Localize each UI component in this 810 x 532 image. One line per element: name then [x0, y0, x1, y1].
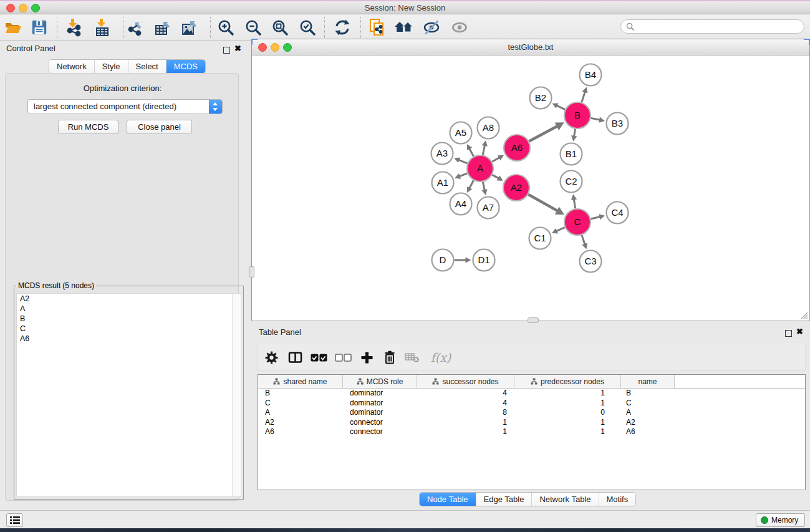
cell: 1: [514, 389, 621, 399]
zoom-fit-button[interactable]: [270, 17, 290, 37]
deselect-all-columns-button[interactable]: [334, 349, 352, 366]
column-header-filler: [675, 375, 805, 388]
edge-arrowhead: [466, 257, 471, 263]
clone-network-icon: [368, 18, 387, 37]
mcds-result-item[interactable]: A6: [17, 334, 241, 344]
edge-arrowhead: [571, 135, 577, 142]
table-row[interactable]: A2connector11A2: [258, 418, 805, 428]
edge-C-C3[interactable]: [582, 235, 585, 244]
table-panel-close-button[interactable]: ✖: [796, 328, 803, 335]
edge-A-A3[interactable]: [459, 160, 468, 163]
mcds-result-item[interactable]: A2: [17, 294, 241, 304]
scrollbar-track[interactable]: [232, 294, 241, 496]
mcds-result-item[interactable]: C: [17, 324, 241, 334]
cell: dominator: [343, 408, 417, 418]
tab-motifs[interactable]: Motifs: [599, 493, 636, 506]
table-row[interactable]: Bdominator41B: [258, 389, 805, 399]
edge-A-A8[interactable]: [483, 145, 485, 155]
table-panel-tabs: Node TableEdge TableNetwork TableMotifs: [419, 492, 636, 506]
run-mcds-button[interactable]: Run MCDS: [58, 120, 118, 134]
show-hidden-button[interactable]: [450, 17, 470, 37]
resize-grip[interactable]: [799, 311, 808, 319]
column-header-label: shared name: [283, 377, 327, 386]
column-header-shared-name[interactable]: shared name: [258, 375, 343, 388]
tab-style[interactable]: Style: [94, 60, 128, 73]
mcds-result-item[interactable]: B: [17, 314, 241, 324]
gear-icon: [265, 351, 278, 364]
cell: dominator: [343, 399, 417, 409]
network-canvas[interactable]: AA1A2A3A4A5A6A7A8BB1B2B3B4CC1C2C3C4DD1: [252, 56, 809, 321]
search-input[interactable]: [637, 21, 802, 34]
network-window-titlebar[interactable]: testGlobe.txt: [252, 39, 809, 56]
edge-B-B1[interactable]: [574, 129, 576, 137]
edge-B-B3[interactable]: [591, 118, 600, 120]
tab-edge-table[interactable]: Edge Table: [476, 493, 532, 506]
edge-A2-C[interactable]: [528, 195, 557, 211]
column-header-predecessor-nodes[interactable]: predecessor nodes: [514, 375, 621, 388]
edge-B-B4[interactable]: [582, 92, 585, 102]
tab-network-table[interactable]: Network Table: [531, 493, 598, 506]
clone-network-button[interactable]: [367, 17, 387, 37]
mcds-result-item[interactable]: A: [17, 304, 241, 314]
task-history-button[interactable]: [6, 513, 23, 527]
tab-select[interactable]: Select: [128, 60, 166, 73]
import-table-button[interactable]: [92, 17, 112, 37]
edge-A-A2[interactable]: [492, 175, 498, 178]
edge-A-A1[interactable]: [460, 173, 468, 177]
edge-A6-B[interactable]: [529, 126, 557, 141]
edge-A-A4[interactable]: [470, 180, 474, 188]
cell: B: [621, 389, 675, 399]
toolbar-separator: [360, 17, 361, 38]
zoom-in-button[interactable]: [216, 17, 236, 37]
tab-node-table[interactable]: Node Table: [420, 493, 476, 506]
mcds-result-list[interactable]: A2ABCA6: [16, 293, 241, 497]
column-header-label: MCDS role: [367, 377, 403, 386]
save-session-button[interactable]: [29, 17, 49, 37]
cell: dominator: [343, 389, 417, 399]
refresh-network-button[interactable]: [332, 17, 352, 37]
control-panel-float-button[interactable]: [223, 45, 230, 56]
close-panel-button[interactable]: Close panel: [127, 120, 192, 134]
table-row[interactable]: Adominator80A: [258, 408, 805, 418]
export-network-button[interactable]: [126, 17, 146, 37]
memory-button[interactable]: Memory: [756, 513, 805, 527]
column-header-mcds-role[interactable]: MCDS role: [343, 375, 417, 388]
column-header-successor-nodes[interactable]: successor nodes: [417, 375, 514, 388]
edge-B-B2[interactable]: [557, 105, 565, 109]
edge-C-C4[interactable]: [591, 217, 600, 220]
columns-button[interactable]: [286, 349, 304, 366]
node-table: shared nameMCDS rolesuccessor nodesprede…: [258, 374, 806, 490]
edge-A-A5[interactable]: [470, 148, 474, 157]
delete-row-button[interactable]: [380, 349, 399, 366]
control-panel-close-button[interactable]: ✖: [234, 45, 241, 52]
open-session-button[interactable]: [3, 17, 23, 37]
attribute-settings-button[interactable]: [262, 349, 281, 366]
tab-network[interactable]: Network: [49, 60, 94, 73]
left-splitter-handle[interactable]: [249, 266, 254, 278]
zoom-selected-button[interactable]: [297, 17, 317, 37]
import-network-button[interactable]: [64, 17, 84, 37]
optimization-criterion-dropdown[interactable]: largest connected component (directed): [27, 99, 223, 114]
table-row[interactable]: Cdominator41C: [258, 399, 805, 409]
hide-selected-button[interactable]: [422, 17, 441, 37]
delete-table-button[interactable]: [403, 349, 422, 366]
export-image-button[interactable]: [180, 17, 200, 37]
bottom-splitter-handle[interactable]: [528, 317, 539, 323]
table-panel-float-button[interactable]: [785, 328, 792, 339]
first-neighbors-button[interactable]: [394, 17, 414, 37]
export-table-button[interactable]: [153, 17, 173, 37]
tab-mcds[interactable]: MCDS: [166, 60, 205, 73]
edge-C-C1[interactable]: [556, 228, 565, 231]
zoom-out-button[interactable]: [243, 17, 263, 37]
edge-arrowhead: [582, 87, 588, 94]
node-label-C3: C3: [584, 256, 596, 266]
network-graph[interactable]: AA1A2A3A4A5A6A7A8BB1B2B3B4CC1C2C3C4DD1: [252, 56, 809, 321]
add-row-button[interactable]: [357, 349, 376, 366]
select-all-columns-button[interactable]: [309, 349, 328, 366]
column-header-name[interactable]: name: [621, 375, 675, 388]
edge-A-A7[interactable]: [483, 182, 485, 191]
function-builder-button[interactable]: f(x): [427, 349, 455, 366]
edge-C-C2[interactable]: [574, 199, 575, 208]
table-row[interactable]: A6connector11A6: [258, 427, 805, 437]
edge-A-A6[interactable]: [492, 158, 499, 162]
